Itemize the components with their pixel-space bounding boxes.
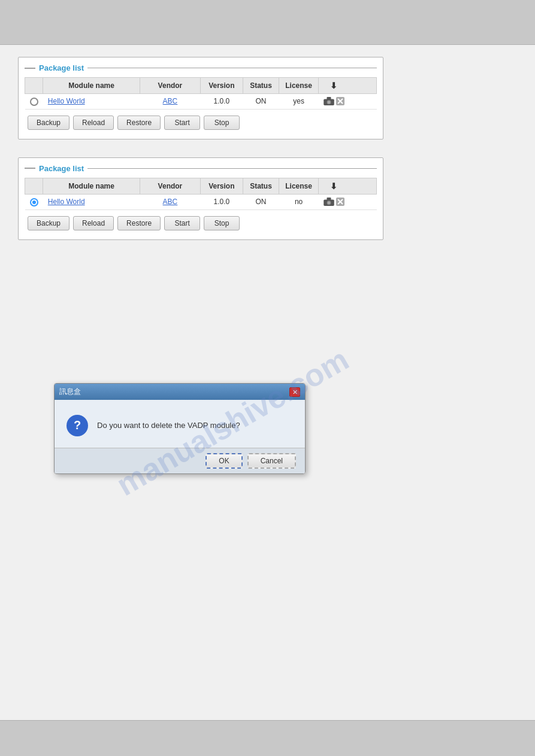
license-cell-2: no xyxy=(279,194,319,210)
camera-icon-2[interactable] xyxy=(324,198,334,206)
table-header-row-2: Module name Vendor Version Status Licens… xyxy=(25,178,377,194)
camera-cell-2 xyxy=(318,194,349,210)
module-name-cell-1: Hello World xyxy=(43,94,140,110)
start-button-2[interactable]: Start xyxy=(164,216,200,230)
stop-button-2[interactable]: Stop xyxy=(204,216,240,230)
col-vendor-1: Vendor xyxy=(140,78,200,94)
panel-title-bar-1: Package list xyxy=(25,63,377,72)
col-status-1: Status xyxy=(243,78,279,94)
status-cell-2: ON xyxy=(243,194,279,210)
dialog-footer: OK Cancel xyxy=(55,448,305,473)
content-area: manualshive.com Package list Module name… xyxy=(0,45,535,720)
vendor-cell-1: ABC xyxy=(140,94,200,110)
download-icon-1[interactable]: ⬇ xyxy=(330,81,337,90)
svg-point-10 xyxy=(328,202,330,204)
reload-button-2[interactable]: Reload xyxy=(73,216,114,230)
camera-icon-1[interactable] xyxy=(324,97,334,105)
col-status-2: Status xyxy=(243,178,279,194)
dialog-cancel-button[interactable]: Cancel xyxy=(247,453,296,469)
col-download-1: ⬇ xyxy=(318,78,349,94)
dialog-box: 訊息盒 ✕ ? Do you want to delete the VADP m… xyxy=(54,383,306,474)
col-vendor-2: Vendor xyxy=(140,178,200,194)
delete-icon-2[interactable] xyxy=(336,198,344,206)
col-module-2: Module name xyxy=(43,178,140,194)
col-download-2: ⬇ xyxy=(318,178,349,194)
package-panel-2: Package list Module name Vendor Version … xyxy=(18,157,383,240)
radio-cell-2[interactable] xyxy=(25,194,43,210)
col-delete-1 xyxy=(349,78,377,94)
delete-icon-1[interactable] xyxy=(336,97,344,105)
vendor-link-1[interactable]: ABC xyxy=(163,97,178,105)
package-panel-1: Package list Module name Vendor Version … xyxy=(18,57,383,139)
reload-button-1[interactable]: Reload xyxy=(73,116,114,130)
table-header-row-1: Module name Vendor Version Status Licens… xyxy=(25,78,377,94)
col-license-2: License xyxy=(279,178,319,194)
backup-button-2[interactable]: Backup xyxy=(28,216,69,230)
radio-button-1[interactable] xyxy=(30,98,38,106)
dialog-overlay: 訊息盒 ✕ ? Do you want to delete the VADP m… xyxy=(54,383,306,474)
restore-button-1[interactable]: Restore xyxy=(117,116,161,130)
svg-point-3 xyxy=(328,101,330,104)
radio-cell-1[interactable] xyxy=(25,94,43,110)
dialog-message: Do you want to delete the VADP module? xyxy=(97,421,240,430)
svg-rect-1 xyxy=(327,97,331,99)
module-link-2[interactable]: Hello World xyxy=(48,198,85,206)
dialog-titlebar: 訊息盒 ✕ xyxy=(55,384,305,400)
top-bar xyxy=(0,0,535,45)
panel-title-2: Package list xyxy=(39,164,84,173)
table-row: Hello World ABC 1.0.0 ON yes xyxy=(25,94,377,110)
dialog-title: 訊息盒 xyxy=(59,387,81,397)
title-line-left-2 xyxy=(25,168,35,169)
col-module-1: Module name xyxy=(43,78,140,94)
button-row-1: Backup Reload Restore Start Stop xyxy=(25,116,377,130)
dialog-close-button[interactable]: ✕ xyxy=(289,387,300,397)
vendor-cell-2: ABC xyxy=(140,194,200,210)
col-radio-1 xyxy=(25,78,43,94)
panel-title-1: Package list xyxy=(39,63,84,72)
panel-title-bar-2: Package list xyxy=(25,164,377,173)
col-version-1: Version xyxy=(200,78,243,94)
camera-cell-1 xyxy=(318,94,349,110)
table-row: Hello World ABC 1.0.0 ON no xyxy=(25,194,377,210)
restore-button-2[interactable]: Restore xyxy=(117,216,161,230)
col-delete-2 xyxy=(349,178,377,194)
col-radio-2 xyxy=(25,178,43,194)
license-cell-1: yes xyxy=(279,94,319,110)
title-line-left-1 xyxy=(25,68,35,69)
title-line-right-2 xyxy=(87,168,377,169)
package-table-2: Module name Vendor Version Status Licens… xyxy=(25,178,377,210)
status-cell-1: ON xyxy=(243,94,279,110)
title-line-right-1 xyxy=(87,68,377,68)
download-icon-2[interactable]: ⬇ xyxy=(330,181,337,191)
svg-rect-8 xyxy=(327,198,331,200)
stop-button-1[interactable]: Stop xyxy=(204,116,240,130)
dialog-question-icon: ? xyxy=(67,415,88,436)
col-license-1: License xyxy=(279,78,319,94)
dialog-ok-button[interactable]: OK xyxy=(205,453,242,469)
action-icons-1 xyxy=(323,97,344,105)
dialog-body: ? Do you want to delete the VADP module? xyxy=(55,400,305,448)
vendor-link-2[interactable]: ABC xyxy=(163,198,178,206)
module-name-cell-2: Hello World xyxy=(43,194,140,210)
col-version-2: Version xyxy=(200,178,243,194)
bottom-bar xyxy=(0,720,535,756)
backup-button-1[interactable]: Backup xyxy=(28,116,69,130)
start-button-1[interactable]: Start xyxy=(164,116,200,130)
action-icons-2 xyxy=(323,198,344,206)
version-cell-1: 1.0.0 xyxy=(200,94,243,110)
package-table-1: Module name Vendor Version Status Licens… xyxy=(25,77,377,110)
button-row-2: Backup Reload Restore Start Stop xyxy=(25,216,377,230)
module-link-1[interactable]: Hello World xyxy=(48,97,85,105)
version-cell-2: 1.0.0 xyxy=(200,194,243,210)
radio-button-2[interactable] xyxy=(30,198,38,207)
